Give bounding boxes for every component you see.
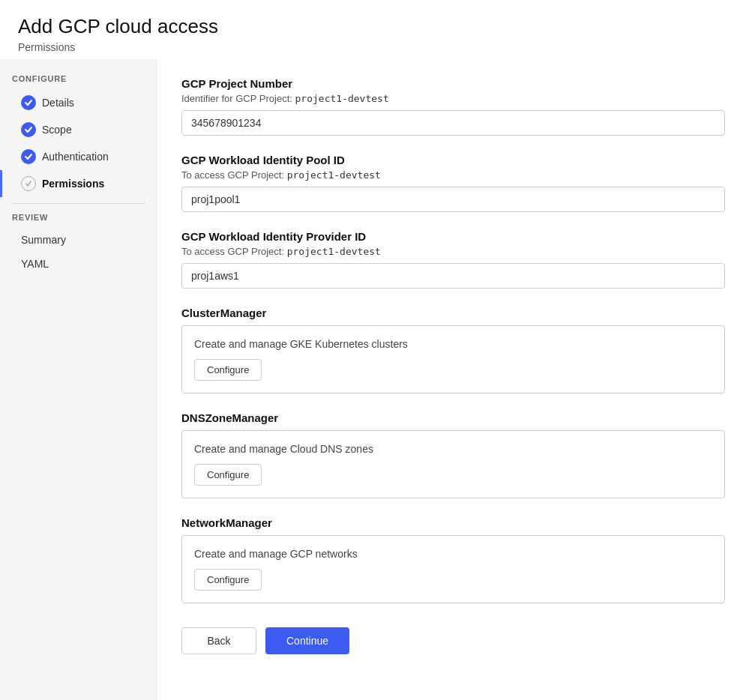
sidebar-item-permissions-label: Permissions (42, 178, 104, 190)
sidebar-item-details-label: Details (42, 97, 74, 109)
page-wrapper: Add GCP cloud access Permissions CONFIGU… (0, 0, 749, 700)
scope-check-icon (21, 122, 36, 137)
review-section-label: REVIEW (0, 213, 157, 228)
sidebar-item-scope[interactable]: Scope (0, 116, 157, 143)
gcp-project-number-input[interactable] (181, 110, 725, 136)
sidebar-item-authentication-label: Authentication (42, 151, 109, 163)
page-subtitle: Permissions (18, 41, 731, 53)
network-manager-section: NetworkManager Create and manage GCP net… (181, 516, 725, 603)
cluster-manager-title: ClusterManager (181, 307, 725, 319)
gcp-workload-identity-provider-desc: To access GCP Project: project1-devtest (181, 246, 725, 257)
sidebar-item-yaml[interactable]: YAML (0, 252, 157, 276)
gcp-workload-identity-pool-input[interactable] (181, 187, 725, 212)
cluster-manager-configure-button[interactable]: Configure (194, 359, 262, 381)
network-manager-configure-button[interactable]: Configure (194, 569, 262, 591)
continue-button[interactable]: Continue (265, 627, 349, 654)
permissions-check-outline-icon (21, 176, 36, 191)
sidebar-item-permissions[interactable]: Permissions (0, 170, 157, 197)
sidebar-divider (12, 203, 145, 204)
gcp-workload-identity-pool-label: GCP Workload Identity Pool ID (181, 154, 725, 166)
cluster-manager-section: ClusterManager Create and manage GKE Kub… (181, 307, 725, 393)
authentication-check-icon (21, 149, 36, 164)
gcp-project-number-desc: Identifier for GCP Project: project1-dev… (181, 93, 725, 104)
configure-section-label: CONFIGURE (0, 74, 157, 89)
gcp-workload-identity-provider-input[interactable] (181, 263, 725, 289)
back-button[interactable]: Back (181, 627, 256, 654)
page-header: Add GCP cloud access Permissions (0, 0, 749, 59)
content-area: CONFIGURE Details Scope (0, 59, 749, 700)
gcp-workload-identity-pool-desc: To access GCP Project: project1-devtest (181, 169, 725, 181)
sidebar: CONFIGURE Details Scope (0, 59, 157, 700)
network-manager-desc: Create and manage GCP networks (194, 548, 712, 560)
dns-zone-manager-configure-button[interactable]: Configure (194, 464, 262, 486)
footer-actions: Back Continue (181, 627, 725, 672)
dns-zone-manager-card: Create and manage Cloud DNS zones Config… (181, 430, 725, 498)
details-check-icon (21, 95, 36, 110)
dns-zone-manager-desc: Create and manage Cloud DNS zones (194, 443, 712, 455)
gcp-project-number-label: GCP Project Number (181, 77, 725, 90)
sidebar-item-scope-label: Scope (42, 124, 72, 136)
gcp-workload-identity-provider-section: GCP Workload Identity Provider ID To acc… (181, 230, 725, 289)
gcp-project-number-section: GCP Project Number Identifier for GCP Pr… (181, 77, 725, 136)
cluster-manager-desc: Create and manage GKE Kubernetes cluster… (194, 338, 712, 350)
sidebar-item-summary-label: Summary (21, 234, 66, 246)
main-content: GCP Project Number Identifier for GCP Pr… (157, 59, 749, 700)
network-manager-card: Create and manage GCP networks Configure (181, 535, 725, 603)
sidebar-item-yaml-label: YAML (21, 258, 49, 270)
sidebar-item-authentication[interactable]: Authentication (0, 143, 157, 170)
dns-zone-manager-section: DNSZoneManager Create and manage Cloud D… (181, 411, 725, 498)
sidebar-item-details[interactable]: Details (0, 89, 157, 116)
dns-zone-manager-title: DNSZoneManager (181, 411, 725, 424)
sidebar-item-summary[interactable]: Summary (0, 228, 157, 252)
cluster-manager-card: Create and manage GKE Kubernetes cluster… (181, 325, 725, 393)
network-manager-title: NetworkManager (181, 516, 725, 529)
page-title: Add GCP cloud access (18, 15, 731, 38)
gcp-workload-identity-pool-section: GCP Workload Identity Pool ID To access … (181, 154, 725, 212)
gcp-workload-identity-provider-label: GCP Workload Identity Provider ID (181, 230, 725, 243)
